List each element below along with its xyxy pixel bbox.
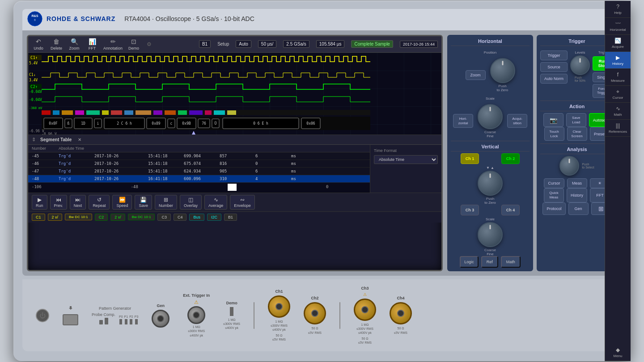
- ch2-connector[interactable]: [304, 302, 326, 324]
- svg-text:76: 76: [202, 122, 206, 126]
- resize-icon[interactable]: ⇕: [32, 137, 36, 143]
- auto-norm-button[interactable]: Auto Norm: [540, 74, 568, 84]
- zoom-button-container: Zoom: [466, 70, 486, 80]
- ch3-button[interactable]: Ch 3: [461, 205, 479, 215]
- bus-type[interactable]: I2C: [207, 214, 221, 221]
- touch-lock-button[interactable]: TouchLock: [544, 127, 564, 141]
- svg-rect-30: [227, 110, 236, 115]
- settings-icon[interactable]: ⚙: [147, 41, 152, 47]
- pin-p1-group: P1: [124, 315, 128, 324]
- pin-p3[interactable]: [135, 319, 138, 324]
- segment-table-close[interactable]: ✕: [78, 137, 81, 142]
- ch2-connector-inner: [311, 310, 318, 317]
- ch4-button[interactable]: Ch 4: [501, 205, 520, 215]
- separator-1: [254, 302, 254, 329]
- quick-meas-button[interactable]: QuickMeas: [544, 188, 564, 202]
- ch1-button[interactable]: Ch 1: [461, 153, 479, 164]
- ch2-button[interactable]: Ch 2: [501, 153, 520, 164]
- average-button[interactable]: ∿ Average: [204, 195, 227, 210]
- bus-indicator[interactable]: Bus: [189, 214, 204, 221]
- vertical-scale-knob-container: CoarseFine: [478, 222, 503, 256]
- table-row[interactable]: -47 Trg'd 2017-10-26 15:41:18 624.934 90…: [28, 168, 370, 175]
- protocol-button[interactable]: Protocol: [542, 202, 565, 215]
- logic-button[interactable]: Logic: [460, 256, 479, 268]
- b1-indicator: B1: [199, 40, 211, 48]
- demo-connector-group: Demo 1 MΩ≤300V RMS≤400V pk: [223, 301, 240, 330]
- position-knob-container: Pushto Zero: [490, 58, 515, 92]
- save-button[interactable]: 💾 Save: [135, 195, 152, 210]
- clear-screen-button[interactable]: ClearScreen: [567, 127, 587, 141]
- overlay-button[interactable]: ◫ Overlay: [180, 195, 202, 210]
- camera-button[interactable]: 📷: [543, 113, 564, 127]
- horizontal-knobs: Zoom Pushto Zero: [451, 58, 530, 92]
- gen-connector[interactable]: [152, 310, 169, 328]
- time-format-select[interactable]: Absolute Time Relative Time: [374, 155, 438, 164]
- probe-pin-1[interactable]: [99, 320, 103, 324]
- cursor-ctrl-button[interactable]: Cursor: [544, 178, 564, 188]
- speed-button[interactable]: ⏩ Speed: [112, 195, 132, 210]
- ext-trigger-connector[interactable]: [187, 306, 205, 324]
- scale-knob-container: CoarseFine: [478, 104, 503, 138]
- trigger-level-knob[interactable]: [570, 55, 590, 75]
- delete-button[interactable]: 🗑 Delete: [50, 38, 63, 51]
- repeat-button[interactable]: ↺ Repeat: [89, 195, 110, 210]
- horizontal-ctrl-button[interactable]: Hori-zontal: [453, 114, 473, 128]
- position-knob[interactable]: [490, 58, 515, 83]
- demo-button[interactable]: ⊡ Demo: [127, 38, 140, 51]
- scale-knob[interactable]: [478, 104, 503, 129]
- run-button[interactable]: ▶ Run: [32, 195, 47, 210]
- svg-text:C1↓: C1↓: [29, 73, 35, 77]
- envelope-button[interactable]: ∾ Envelope: [230, 195, 255, 210]
- pattern-pins-area: Probe Comp. P0 P1: [92, 312, 138, 324]
- analysis-knob[interactable]: [559, 156, 579, 176]
- history-ctrl-button[interactable]: History: [567, 188, 587, 202]
- ch1-connector[interactable]: [268, 295, 290, 318]
- setup-label[interactable]: Setup: [217, 42, 229, 46]
- table-row[interactable]: -46 Trg'd 2017-10-26 15:41:18 675.074 81…: [28, 160, 370, 168]
- ch1-scale[interactable]: 2 v/: [48, 214, 63, 221]
- trigger-button[interactable]: Trigger: [540, 51, 568, 60]
- ch2-scale[interactable]: 2 v/: [110, 214, 125, 221]
- ch2-indicator[interactable]: C2: [95, 214, 108, 221]
- next-button[interactable]: ⏭ Next: [70, 195, 86, 210]
- ref-button[interactable]: Ref: [481, 256, 498, 268]
- source-button[interactable]: Source: [540, 62, 568, 72]
- ch3-specs: 1 MΩ≤300V RMS≤400V pk: [356, 323, 373, 335]
- segment-table-content: Number Absolute Time: [28, 145, 441, 193]
- probe-pin-2[interactable]: [105, 318, 108, 324]
- prev-button[interactable]: ⏮ Prev.: [50, 195, 67, 210]
- table-row[interactable]: -45 Trg'd 2017-10-26 15:41:18 699.904 85…: [28, 152, 370, 160]
- power-button[interactable]: ⏻: [36, 309, 49, 322]
- math-ctrl-button[interactable]: Math: [501, 256, 521, 268]
- ch4-connector[interactable]: [390, 302, 412, 324]
- ch4-indicator[interactable]: C4: [174, 214, 187, 221]
- zoom-ctrl-button[interactable]: Zoom: [466, 70, 486, 80]
- rs-logo-icon: R&S ®: [27, 11, 43, 27]
- front-panel: ⏻ Pattern Generator Probe Comp.: [22, 279, 622, 351]
- zoom-button[interactable]: 🔍 Zoom: [68, 38, 81, 51]
- vertical-knob[interactable]: [478, 171, 503, 196]
- demo-pin[interactable]: [230, 307, 233, 316]
- save-load-button[interactable]: SaveLoad: [566, 113, 586, 127]
- trigger-knob-area: Levels Pushfor 50%: [570, 51, 590, 82]
- ch3-connector[interactable]: [354, 299, 376, 321]
- ch1-coupling[interactable]: Bw DC 10:1: [65, 214, 92, 220]
- b1-indicator[interactable]: B1: [224, 214, 237, 221]
- number-button[interactable]: ⊞ Number: [155, 195, 177, 210]
- usb-port[interactable]: [63, 314, 78, 325]
- gen-ctrl-button[interactable]: Gen: [568, 202, 589, 215]
- pin-p2[interactable]: [130, 319, 132, 324]
- vertical-channel-buttons-2: Ch 3 Ch 4: [451, 205, 530, 215]
- pin-p1[interactable]: [125, 319, 127, 324]
- fft-button[interactable]: 📊 FFT: [85, 38, 99, 51]
- table-row-selected[interactable]: -48 Trg'd 2017-10-26 16:41:18 600.096 31…: [28, 175, 370, 183]
- ch2-coupling[interactable]: Bw DC 10:1: [128, 214, 155, 220]
- meas-button[interactable]: Meas: [567, 178, 587, 188]
- acquisition-ctrl-button[interactable]: Acqui-sition: [507, 114, 527, 128]
- vertical-scale-knob[interactable]: [478, 222, 503, 247]
- ch3-indicator[interactable]: C3: [157, 214, 171, 221]
- annotation-button[interactable]: ✏ Annotation: [103, 38, 123, 51]
- pin-p0[interactable]: [119, 319, 122, 324]
- undo-button[interactable]: ↶ Undo: [32, 38, 45, 51]
- ch1-indicator[interactable]: C1: [32, 214, 45, 221]
